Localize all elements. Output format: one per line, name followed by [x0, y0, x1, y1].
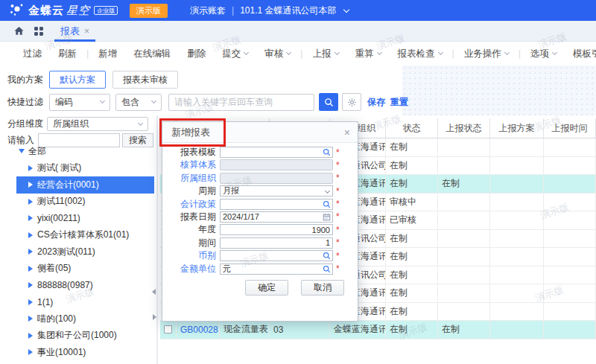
- collapse-arrow-icon[interactable]: [28, 165, 33, 171]
- tab-label: 报表: [60, 25, 80, 38]
- field-label-金额单位[interactable]: 金额单位: [168, 263, 216, 275]
- account-selector[interactable]: 演示账套 | 101.1 金蝶通讯公司本部: [190, 4, 349, 17]
- collapse-arrow-icon[interactable]: [28, 299, 33, 305]
- reset-filter-link[interactable]: 重置: [390, 96, 408, 109]
- tree-item[interactable]: CS会计核算体系01(01): [16, 227, 154, 244]
- tree-item[interactable]: 测试11(002): [16, 194, 154, 211]
- field-label-会计政策[interactable]: 会计政策: [168, 198, 216, 211]
- filter-operator-select[interactable]: 包含: [115, 94, 162, 111]
- tree-item[interactable]: 888888(0987): [16, 277, 154, 294]
- toolbar-button-审核[interactable]: 审核: [256, 48, 299, 60]
- search-icon[interactable]: [323, 148, 331, 156]
- collapse-arrow-icon[interactable]: [28, 282, 33, 288]
- search-icon[interactable]: [323, 252, 331, 260]
- table-cell: [544, 284, 596, 302]
- expand-arrow-icon[interactable]: [19, 149, 25, 153]
- tree-item[interactable]: 集团和子公司(1000): [16, 328, 154, 345]
- collapse-arrow-icon[interactable]: [28, 266, 33, 272]
- apps-menu-button[interactable]: [34, 26, 44, 36]
- field-input-金额单位[interactable]: 元: [220, 264, 333, 275]
- collapse-arrow-icon[interactable]: [28, 182, 33, 188]
- field-input-会计政策[interactable]: [220, 199, 333, 210]
- panel-splitter[interactable]: [156, 115, 158, 364]
- collapse-right-icon[interactable]: [153, 314, 156, 320]
- toolbar-button-新增[interactable]: 新增: [90, 48, 125, 60]
- modal-field-row: 报表日期2024/1/17*: [162, 211, 358, 223]
- tree-item[interactable]: 侧着(05): [16, 261, 154, 278]
- tree-item-label: 全部: [28, 145, 46, 158]
- toolbar-button-提交[interactable]: 提交: [214, 48, 256, 60]
- group-dimension-row: 分组维度 所属组织: [7, 117, 148, 131]
- toolbar-button-上报[interactable]: 上报: [305, 48, 347, 60]
- collapse-arrow-icon[interactable]: [28, 349, 33, 355]
- required-marker: *: [336, 173, 340, 183]
- table-cell: [544, 211, 596, 229]
- collapse-arrow-icon[interactable]: [28, 316, 33, 322]
- toolbar-button-选项[interactable]: 选项: [522, 48, 565, 60]
- field-input-周期[interactable]: 月报: [220, 185, 333, 197]
- search-icon[interactable]: [323, 265, 331, 273]
- tree-item[interactable]: 2023测试(011): [16, 243, 154, 261]
- field-input-币别[interactable]: [220, 250, 333, 261]
- field-label-核算体系[interactable]: 核算体系: [168, 159, 216, 171]
- field-input-年度[interactable]: 1900: [220, 224, 333, 235]
- required-marker: *: [336, 160, 340, 170]
- home-button[interactable]: [13, 25, 25, 36]
- group-dimension-select[interactable]: 所属组织: [47, 117, 148, 131]
- toolbar-button-label: 重算: [355, 48, 374, 60]
- search-button[interactable]: [319, 93, 338, 111]
- tab-reports[interactable]: 报表 ×: [54, 21, 95, 42]
- plan-default-button[interactable]: 默认方案: [49, 71, 106, 89]
- collapse-arrow-icon[interactable]: [28, 249, 33, 255]
- confirm-button[interactable]: 确定: [245, 280, 288, 296]
- search-icon[interactable]: [323, 200, 331, 208]
- tree-item-label: yixi(00211): [37, 213, 80, 223]
- keyword-input[interactable]: [168, 94, 314, 111]
- field-label-所属组织[interactable]: 所属组织: [168, 172, 216, 185]
- demo-version-badge[interactable]: 演示版: [130, 4, 168, 18]
- filter-field-select[interactable]: 编码: [49, 94, 110, 111]
- toolbar-button-重算[interactable]: 重算: [347, 48, 390, 60]
- field-input-期间[interactable]: 1: [220, 237, 333, 249]
- close-icon[interactable]: ×: [344, 127, 350, 138]
- table-cell: [544, 175, 596, 193]
- toolbar-button-业务操作[interactable]: 业务操作: [456, 48, 517, 60]
- tree-item[interactable]: 喵的(100): [16, 310, 154, 328]
- table-cell: [544, 321, 596, 339]
- field-input-报表模板[interactable]: [220, 147, 333, 158]
- collapse-left-icon[interactable]: [152, 289, 156, 295]
- required-marker: *: [336, 237, 340, 248]
- plan-unaudited-button[interactable]: 报表未审核: [112, 71, 178, 89]
- tree-item[interactable]: 经营会计(0001): [16, 176, 154, 194]
- collapse-arrow-icon[interactable]: [28, 199, 33, 205]
- row-checkbox[interactable]: [164, 325, 172, 333]
- collapse-arrow-icon[interactable]: [28, 215, 33, 221]
- tree-item[interactable]: 事业(10001): [16, 344, 154, 361]
- collapse-arrow-icon[interactable]: [28, 333, 33, 339]
- toolbar-button-刷新[interactable]: 刷新: [50, 48, 85, 60]
- tree-item[interactable]: 1(1): [16, 294, 154, 311]
- table-row[interactable]: GB00028现金流量表03金蝶蓝海通讯...在制在制: [160, 321, 596, 339]
- toolbar-button-在线编辑[interactable]: 在线编辑: [125, 48, 179, 60]
- tree-item[interactable]: 全部: [16, 143, 154, 160]
- home-icon: [13, 25, 25, 36]
- tree-item[interactable]: yixi(00211): [16, 210, 154, 227]
- cancel-button[interactable]: 取消: [301, 280, 344, 296]
- report-code-link[interactable]: GB00028: [177, 321, 220, 339]
- field-label-币别[interactable]: 币别: [168, 249, 216, 262]
- field-input-报表日期[interactable]: 2024/1/17: [220, 211, 333, 223]
- table-cell: [490, 175, 544, 193]
- save-filter-link[interactable]: 保存: [367, 96, 385, 109]
- toolbar-button-过滤[interactable]: 过滤: [15, 48, 50, 60]
- sidebar: 分组维度 所属组织 请输入 搜索 全部测试( 测试)经营会计(0001)测试11…: [0, 115, 156, 364]
- toolbar-button-报表检查[interactable]: 报表检查: [390, 48, 451, 60]
- chevron-down-icon: [286, 50, 291, 55]
- collapse-arrow-icon[interactable]: [28, 232, 33, 238]
- filter-settings-button[interactable]: [342, 93, 361, 111]
- toolbar-button-模板引入[interactable]: 模板引入: [565, 48, 596, 60]
- table-cell: 在制: [386, 284, 438, 302]
- tree-item[interactable]: 测试( 测试): [16, 160, 154, 177]
- calendar-icon[interactable]: [323, 213, 331, 221]
- toolbar-button-删除[interactable]: 删除: [179, 48, 214, 60]
- close-tab-icon[interactable]: ×: [84, 26, 89, 36]
